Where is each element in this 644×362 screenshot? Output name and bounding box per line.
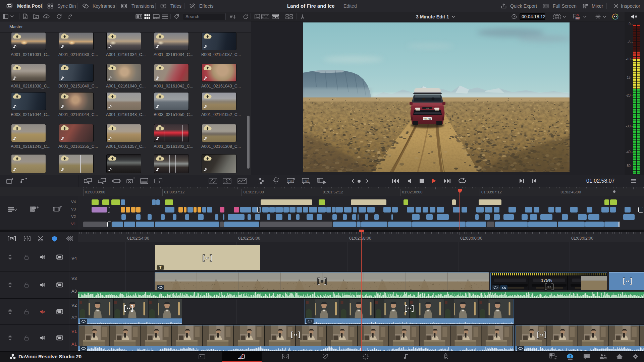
svg-text:KIA: KIA [426,107,429,109]
svg-text:POI: POI [304,180,308,182]
svg-text:PXY: PXY [576,17,580,19]
svg-text:POI: POI [288,180,292,182]
svg-text:YIM A02: YIM A02 [424,118,431,120]
